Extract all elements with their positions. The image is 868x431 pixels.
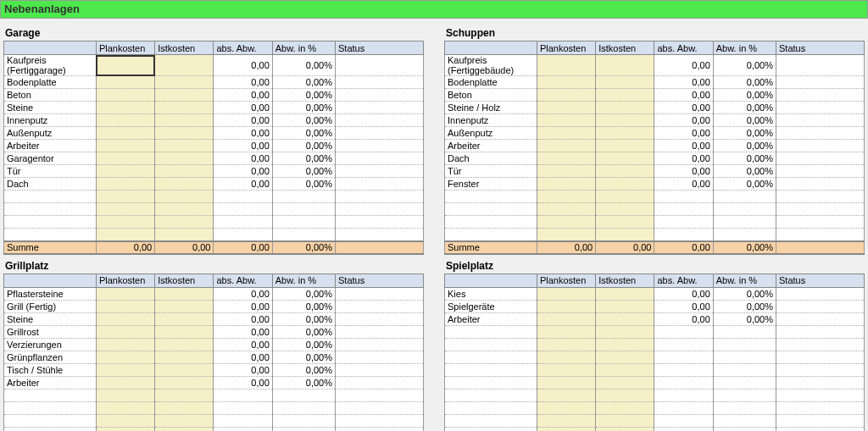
abw-pct-cell[interactable]: 0,00%: [272, 76, 335, 89]
row-label-cell[interactable]: [4, 191, 97, 203]
status-cell[interactable]: [336, 55, 424, 76]
status-cell[interactable]: [776, 76, 865, 89]
status-cell[interactable]: [336, 229, 424, 241]
row-label-cell[interactable]: Grill (Fertig): [4, 300, 97, 312]
status-cell[interactable]: [336, 300, 424, 312]
istkosten-cell[interactable]: [596, 312, 654, 325]
abw-pct-cell[interactable]: 0,00%: [713, 89, 776, 102]
row-label-cell[interactable]: Dach: [445, 152, 537, 165]
status-cell[interactable]: [776, 401, 865, 414]
abs-abw-cell[interactable]: [214, 401, 272, 414]
istkosten-cell[interactable]: [596, 325, 654, 338]
istkosten-cell[interactable]: [596, 414, 654, 427]
status-cell[interactable]: [336, 89, 424, 102]
istkosten-cell[interactable]: [596, 427, 654, 431]
abs-abw-cell[interactable]: 0,00: [654, 165, 713, 178]
col-header-status[interactable]: Status: [336, 274, 424, 287]
istkosten-cell[interactable]: [596, 140, 654, 152]
abw-pct-cell[interactable]: 0,00%: [272, 338, 335, 351]
abs-abw-cell[interactable]: 0,00: [214, 55, 272, 76]
abs-abw-cell[interactable]: [654, 325, 713, 338]
abs-abw-cell[interactable]: 0,00: [654, 114, 713, 127]
row-label-cell[interactable]: Außenputz: [4, 127, 97, 140]
abs-abw-cell[interactable]: 0,00: [214, 376, 272, 389]
istkosten-cell[interactable]: [596, 152, 654, 165]
plankosten-cell[interactable]: [96, 300, 154, 312]
status-cell[interactable]: [336, 363, 424, 376]
plankosten-cell[interactable]: [537, 414, 595, 427]
status-cell[interactable]: [776, 152, 865, 165]
status-cell[interactable]: [336, 414, 424, 427]
col-header-abs-abw[interactable]: abs. Abw.: [214, 274, 272, 287]
istkosten-cell[interactable]: [155, 287, 214, 300]
col-header-status[interactable]: Status: [336, 41, 424, 55]
istkosten-cell[interactable]: [596, 102, 654, 114]
row-label-cell[interactable]: [4, 203, 97, 216]
abs-abw-cell[interactable]: [214, 389, 272, 401]
status-cell[interactable]: [776, 89, 865, 102]
abw-pct-cell[interactable]: [713, 216, 776, 229]
istkosten-cell[interactable]: [596, 351, 654, 363]
col-header-status[interactable]: Status: [776, 41, 865, 55]
abs-abw-cell[interactable]: 0,00: [214, 287, 272, 300]
istkosten-cell[interactable]: [155, 203, 214, 216]
abs-abw-cell[interactable]: 0,00: [654, 89, 713, 102]
abs-abw-cell[interactable]: [214, 191, 272, 203]
col-header-label[interactable]: [445, 274, 537, 287]
row-label-cell[interactable]: [445, 351, 537, 363]
row-label-cell[interactable]: Grillrost: [4, 325, 97, 338]
plankosten-cell[interactable]: [96, 351, 154, 363]
status-cell[interactable]: [336, 191, 424, 203]
status-cell[interactable]: [776, 55, 865, 76]
plankosten-cell[interactable]: [96, 325, 154, 338]
istkosten-cell[interactable]: [596, 165, 654, 178]
status-cell[interactable]: [776, 127, 865, 140]
plankosten-cell[interactable]: [96, 376, 154, 389]
row-label-cell[interactable]: [4, 389, 97, 401]
abw-pct-cell[interactable]: 0,00%: [272, 376, 335, 389]
plankosten-cell[interactable]: [537, 229, 595, 241]
istkosten-cell[interactable]: [155, 389, 214, 401]
plankosten-cell[interactable]: [537, 152, 595, 165]
col-header-plankosten[interactable]: Plankosten: [96, 274, 154, 287]
abw-pct-cell[interactable]: [713, 203, 776, 216]
abs-abw-cell[interactable]: 0,00: [214, 325, 272, 338]
istkosten-cell[interactable]: [596, 191, 654, 203]
row-label-cell[interactable]: [445, 376, 537, 389]
status-cell[interactable]: [336, 389, 424, 401]
status-cell[interactable]: [776, 287, 865, 300]
plankosten-cell[interactable]: [537, 312, 595, 325]
row-label-cell[interactable]: Kaufpreis (Fertiggebäude): [445, 55, 537, 76]
row-label-cell[interactable]: Arbeiter: [445, 140, 537, 152]
row-label-cell[interactable]: Beton: [4, 89, 97, 102]
status-cell[interactable]: [776, 140, 865, 152]
abw-pct-cell[interactable]: [713, 376, 776, 389]
status-cell[interactable]: [336, 287, 424, 300]
row-label-cell[interactable]: Kies: [445, 287, 537, 300]
abw-pct-cell[interactable]: 0,00%: [272, 55, 335, 76]
abs-abw-cell[interactable]: 0,00: [654, 76, 713, 89]
istkosten-cell[interactable]: [155, 338, 214, 351]
plankosten-cell[interactable]: [537, 338, 595, 351]
plankosten-cell[interactable]: [96, 338, 154, 351]
plankosten-cell[interactable]: [537, 165, 595, 178]
abw-pct-cell[interactable]: [713, 351, 776, 363]
istkosten-cell[interactable]: [596, 216, 654, 229]
plankosten-cell[interactable]: [96, 76, 154, 89]
istkosten-cell[interactable]: [596, 127, 654, 140]
abw-pct-cell[interactable]: [272, 229, 335, 241]
istkosten-cell[interactable]: [155, 312, 214, 325]
abw-pct-cell[interactable]: 0,00%: [272, 140, 335, 152]
plankosten-cell[interactable]: [537, 401, 595, 414]
abs-abw-cell[interactable]: 0,00: [214, 312, 272, 325]
abs-abw-cell[interactable]: 0,00: [214, 76, 272, 89]
row-label-cell[interactable]: Spielgeräte: [445, 300, 537, 312]
abw-pct-cell[interactable]: [713, 414, 776, 427]
row-label-cell[interactable]: [4, 414, 97, 427]
row-label-cell[interactable]: Garagentor: [4, 152, 97, 165]
plankosten-cell[interactable]: [96, 165, 154, 178]
status-cell[interactable]: [336, 325, 424, 338]
abw-pct-cell[interactable]: 0,00%: [272, 152, 335, 165]
abs-abw-cell[interactable]: [654, 216, 713, 229]
abw-pct-cell[interactable]: 0,00%: [713, 312, 776, 325]
